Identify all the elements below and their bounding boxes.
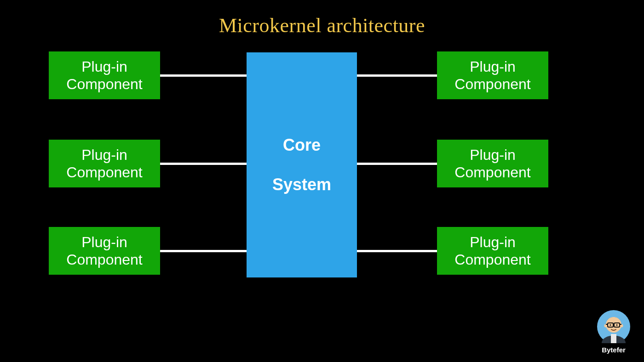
- plugin-label-line2: Component: [66, 164, 142, 181]
- svg-rect-1: [611, 334, 616, 343]
- plugin-box-left-2: Plug-in Component: [49, 140, 160, 187]
- plugin-box-right-1: Plug-in Component: [437, 51, 548, 99]
- plugin-box-right-3: Plug-in Component: [437, 227, 548, 275]
- plugin-label-line2: Component: [66, 251, 142, 268]
- plugin-box-right-2: Plug-in Component: [437, 140, 548, 187]
- plugin-label-line1: Plug-in: [470, 233, 516, 251]
- connector-left-1: [160, 74, 247, 77]
- plugin-label-line2: Component: [66, 75, 142, 93]
- connector-right-3: [357, 250, 437, 252]
- author-name: Bytefer: [602, 346, 626, 354]
- author-badge: Bytefer: [597, 310, 630, 354]
- plugin-label-line1: Plug-in: [81, 58, 127, 75]
- connector-right-2: [357, 163, 437, 165]
- plugin-label-line1: Plug-in: [81, 233, 127, 251]
- plugin-label-line1: Plug-in: [470, 146, 516, 164]
- svg-point-10: [610, 324, 611, 326]
- svg-point-11: [616, 324, 617, 326]
- diagram-stage: Microkernel architecture Core System Plu…: [0, 0, 644, 362]
- plugin-box-left-3: Plug-in Component: [49, 227, 160, 275]
- core-label-line2: System: [272, 175, 331, 194]
- plugin-label-line2: Component: [454, 251, 530, 268]
- plugin-label-line2: Component: [454, 75, 530, 93]
- core-label-line1: Core: [283, 136, 321, 155]
- plugin-box-left-1: Plug-in Component: [49, 51, 160, 99]
- core-system-box: Core System: [247, 52, 357, 277]
- plugin-label-line1: Plug-in: [81, 146, 127, 164]
- connector-right-1: [357, 74, 437, 77]
- plugin-label-line2: Component: [454, 164, 530, 181]
- plugin-label-line1: Plug-in: [470, 58, 516, 75]
- connector-left-2: [160, 163, 247, 165]
- avatar-icon: [597, 310, 630, 343]
- connector-left-3: [160, 250, 247, 252]
- diagram-title: Microkernel architecture: [0, 14, 644, 37]
